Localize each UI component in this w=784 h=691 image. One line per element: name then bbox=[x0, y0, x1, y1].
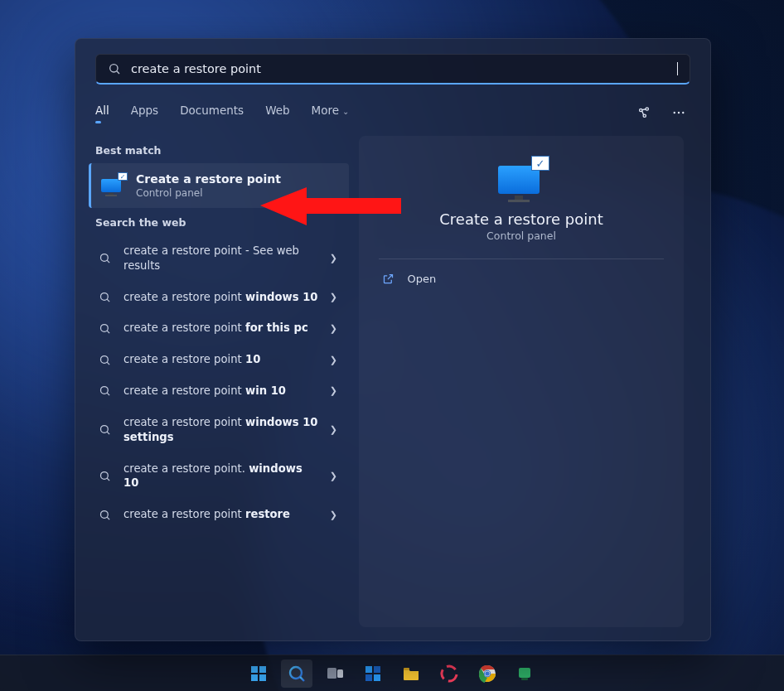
svg-point-8 bbox=[100, 254, 108, 262]
preview-action-open[interactable]: Open bbox=[379, 264, 665, 293]
svg-rect-31 bbox=[327, 668, 336, 679]
search-icon bbox=[97, 384, 112, 397]
chevron-down-icon: ⌄ bbox=[342, 107, 349, 116]
search-box[interactable]: create a restore point bbox=[95, 54, 690, 85]
svg-point-29 bbox=[290, 667, 302, 679]
svg-line-13 bbox=[107, 331, 109, 333]
chevron-right-icon: ❯ bbox=[330, 385, 341, 396]
taskbar-start-button[interactable] bbox=[243, 660, 274, 688]
svg-line-17 bbox=[107, 394, 109, 396]
svg-rect-36 bbox=[374, 674, 380, 681]
svg-rect-34 bbox=[374, 666, 380, 673]
best-match-label: Best match bbox=[89, 136, 349, 163]
web-result-text: create a restore point 10 bbox=[123, 352, 318, 367]
search-icon bbox=[108, 62, 121, 75]
web-result-text: create a restore point for this pc bbox=[123, 321, 318, 336]
search-web-label: Search the web bbox=[89, 208, 349, 235]
chevron-right-icon: ❯ bbox=[330, 323, 341, 334]
taskbar-chrome-button[interactable] bbox=[472, 660, 503, 688]
search-icon bbox=[97, 322, 112, 335]
svg-point-12 bbox=[100, 324, 108, 331]
taskbar-file-explorer-button[interactable] bbox=[395, 660, 427, 688]
chevron-right-icon: ❯ bbox=[330, 253, 341, 263]
taskbar-search-button[interactable] bbox=[281, 660, 312, 688]
svg-point-3 bbox=[646, 108, 648, 110]
svg-point-14 bbox=[100, 355, 108, 363]
svg-rect-44 bbox=[521, 678, 528, 680]
taskbar-widgets-button[interactable] bbox=[357, 660, 389, 688]
svg-rect-28 bbox=[259, 674, 266, 681]
svg-rect-33 bbox=[365, 666, 372, 673]
svg-point-20 bbox=[100, 471, 108, 479]
svg-point-6 bbox=[678, 112, 680, 114]
taskbar bbox=[0, 655, 784, 691]
preview-restore-point-icon: ✓ bbox=[498, 159, 544, 201]
more-options-icon[interactable] bbox=[667, 101, 690, 124]
taskbar-task-view-button[interactable] bbox=[319, 660, 351, 688]
svg-rect-26 bbox=[259, 666, 266, 673]
chevron-right-icon: ❯ bbox=[330, 471, 341, 481]
filter-tab-all[interactable]: All bbox=[95, 104, 109, 122]
preview-title: Create a restore point bbox=[439, 210, 603, 228]
web-result-text: create a restore point win 10 bbox=[123, 384, 318, 399]
search-icon bbox=[97, 291, 112, 303]
web-result-6[interactable]: create a restore point. windows 10❯ bbox=[89, 453, 349, 500]
text-caret bbox=[677, 62, 678, 75]
results-column: Best match ✓ Create a restore point Cont… bbox=[75, 136, 349, 627]
search-icon bbox=[97, 252, 112, 264]
svg-line-15 bbox=[107, 362, 109, 365]
chevron-right-icon: ❯ bbox=[330, 292, 341, 302]
svg-point-38 bbox=[439, 664, 458, 683]
web-result-1[interactable]: create a restore point windows 10❯ bbox=[89, 282, 349, 313]
restore-point-icon: ✓ bbox=[101, 176, 124, 196]
chevron-right-icon: ❯ bbox=[330, 355, 341, 365]
filter-tabs: All Apps Documents Web More⌄ bbox=[95, 104, 349, 122]
best-match-subtitle: Control panel bbox=[136, 187, 281, 199]
search-icon bbox=[97, 509, 112, 521]
web-result-5[interactable]: create a restore point windows 10 settin… bbox=[89, 407, 349, 453]
web-result-text: create a restore point. windows 10 bbox=[123, 461, 318, 491]
svg-rect-37 bbox=[404, 668, 409, 670]
svg-line-1 bbox=[117, 71, 119, 74]
svg-line-30 bbox=[300, 677, 304, 681]
web-result-7[interactable]: create a restore point restore❯ bbox=[89, 499, 349, 530]
search-icon bbox=[97, 354, 112, 366]
taskbar-app-circle[interactable] bbox=[433, 660, 465, 688]
svg-point-7 bbox=[682, 112, 684, 114]
open-external-icon bbox=[382, 273, 394, 285]
preview-subtitle: Control panel bbox=[486, 230, 556, 242]
filter-tab-documents[interactable]: Documents bbox=[180, 104, 244, 122]
best-match-title: Create a restore point bbox=[136, 172, 281, 186]
search-icon bbox=[97, 470, 112, 482]
svg-line-9 bbox=[107, 260, 109, 263]
chevron-right-icon: ❯ bbox=[330, 510, 341, 520]
svg-line-19 bbox=[107, 432, 109, 434]
svg-rect-25 bbox=[251, 666, 258, 673]
search-input[interactable]: create a restore point bbox=[131, 62, 677, 75]
web-result-2[interactable]: create a restore point for this pc❯ bbox=[89, 312, 349, 344]
web-result-3[interactable]: create a restore point 10❯ bbox=[89, 344, 349, 375]
svg-rect-27 bbox=[251, 674, 258, 681]
svg-point-10 bbox=[100, 293, 108, 301]
svg-point-5 bbox=[674, 112, 675, 114]
web-result-0[interactable]: create a restore point - See web results… bbox=[89, 235, 349, 282]
filter-tab-more[interactable]: More⌄ bbox=[312, 104, 350, 122]
svg-point-16 bbox=[100, 387, 108, 394]
filter-bar: All Apps Documents Web More⌄ bbox=[75, 91, 710, 128]
svg-rect-32 bbox=[337, 669, 343, 678]
best-match-result[interactable]: ✓ Create a restore point Control panel bbox=[89, 163, 349, 208]
svg-rect-35 bbox=[365, 674, 372, 681]
svg-point-22 bbox=[100, 510, 108, 518]
search-box-container: create a restore point bbox=[75, 39, 710, 91]
taskbar-app-green[interactable] bbox=[510, 660, 541, 688]
share-icon[interactable] bbox=[632, 101, 656, 124]
divider bbox=[379, 259, 665, 259]
filter-tab-apps[interactable]: Apps bbox=[131, 104, 158, 122]
start-search-panel: create a restore point All Apps Document… bbox=[75, 38, 711, 641]
svg-rect-43 bbox=[519, 668, 530, 678]
web-result-4[interactable]: create a restore point win 10❯ bbox=[89, 375, 349, 407]
svg-line-21 bbox=[107, 478, 109, 481]
svg-point-0 bbox=[110, 65, 118, 72]
preview-pane: ✓ Create a restore point Control panel O… bbox=[359, 136, 684, 627]
filter-tab-web[interactable]: Web bbox=[265, 104, 289, 122]
